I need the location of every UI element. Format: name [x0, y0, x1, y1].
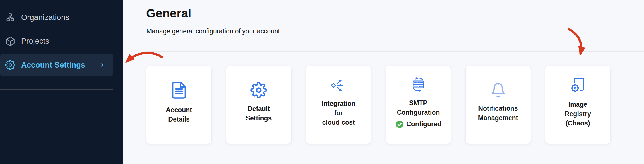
org-chart-icon — [5, 13, 15, 23]
content-divider — [146, 51, 644, 52]
page-subtitle: Manage general configuration of your acc… — [146, 27, 282, 35]
sidebar-item-label: Account Settings — [21, 61, 85, 70]
card-smtp-configuration[interactable]: SMTP Configuration Configured — [386, 66, 451, 144]
card-label: Notifications Management — [478, 104, 518, 123]
status-badge: Configured — [395, 120, 441, 129]
gear-icon — [250, 82, 267, 98]
card-label: Image Registry (Chaos) — [565, 100, 591, 128]
card-image-registry-chaos[interactable]: Image Registry (Chaos) — [545, 66, 611, 144]
status-badge-text: Configured — [406, 120, 441, 128]
branch-arrows-icon — [330, 77, 347, 93]
check-circle-icon — [395, 120, 404, 129]
card-label: Account Details — [166, 105, 192, 124]
card-default-settings[interactable]: Default Settings — [226, 66, 292, 144]
red-arrow-to-image-registry — [564, 27, 591, 62]
bell-icon — [490, 82, 506, 98]
card-notifications-management[interactable]: Notifications Management — [465, 66, 531, 144]
sidebar-item-account-settings[interactable]: Account Settings — [0, 54, 113, 76]
sidebar-divider — [0, 89, 113, 90]
card-label: Default Settings — [246, 104, 272, 123]
sidebar-item-projects[interactable]: Projects — [0, 29, 123, 53]
app-window: Organizations Projects — [0, 0, 644, 164]
card-label: Integration for cloud cost — [322, 99, 356, 127]
card-integration-cloud-cost[interactable]: Integration for cloud cost — [306, 66, 371, 144]
chevron-right-icon — [98, 61, 105, 69]
gear-icon — [5, 60, 15, 70]
server-sync-icon — [409, 76, 427, 93]
card-label: SMTP Configuration — [397, 98, 440, 117]
sidebar-item-label: Organizations — [21, 13, 69, 22]
sidebar: Organizations Projects — [0, 0, 123, 164]
file-text-icon — [170, 81, 188, 100]
sidebar-nav: Organizations Projects — [0, 6, 123, 76]
card-account-details[interactable]: Account Details — [146, 66, 212, 144]
page-title: General — [146, 6, 191, 20]
sidebar-item-label: Projects — [21, 37, 49, 46]
cube-icon — [5, 36, 15, 46]
doc-gear-icon — [569, 76, 587, 94]
sidebar-item-organizations[interactable]: Organizations — [0, 6, 123, 29]
settings-cards: Account Details Default Settings — [146, 66, 611, 144]
